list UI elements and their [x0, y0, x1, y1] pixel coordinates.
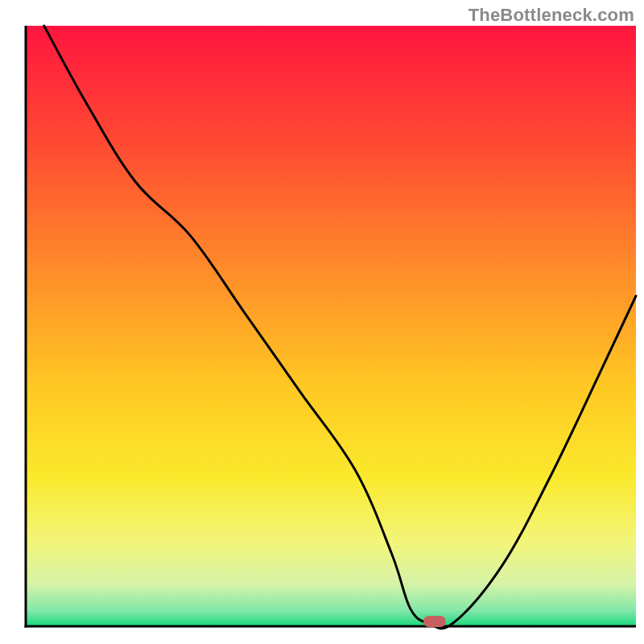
bottleneck-chart [0, 0, 644, 644]
chart-container: TheBottleneck.com [0, 0, 644, 644]
gradient-background [26, 26, 636, 626]
optimal-marker [423, 616, 446, 627]
watermark-text: TheBottleneck.com [469, 5, 634, 26]
